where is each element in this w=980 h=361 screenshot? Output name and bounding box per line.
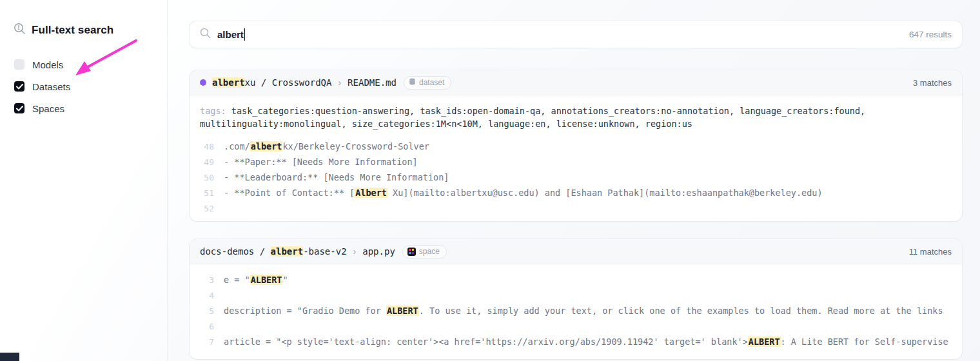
code-line: 51 - **Point of Contact:** [Albert Xu](m…: [200, 185, 952, 200]
line-number: 50: [200, 173, 214, 182]
result-header[interactable]: albertxu / CrosswordQA › README.md datas…: [190, 70, 962, 95]
line-number: 52: [200, 204, 214, 213]
line-number: 7: [200, 337, 214, 347]
code-line: 48 .com/albertkx/Berkeley-Crossword-Solv…: [200, 139, 952, 154]
code-line: 5 description = "Gradio Demo for ALBERT.…: [200, 303, 952, 318]
code-line: 3 e = "ALBERT": [200, 272, 952, 288]
bottom-left-dark-fragment: [0, 353, 19, 361]
code-line: 50 - **Leaderboard:** [Needs More Inform…: [200, 170, 952, 185]
models-checkbox[interactable]: [14, 59, 24, 70]
code-line: 49 - **Paper:** [Needs More Information]: [200, 154, 952, 170]
line-number: 6: [200, 322, 214, 331]
text-segment: xu / CrosswordQA: [245, 77, 332, 88]
text-segment: - **Paper:** [Needs More Information]: [224, 157, 418, 167]
dataset-dot-icon: [200, 79, 206, 86]
fulltext-search-icon: [14, 23, 26, 37]
line-content: - **Paper:** [Needs More Information]: [224, 157, 952, 167]
repo-type-badge: space: [402, 245, 447, 259]
code-line: 6: [200, 318, 952, 334]
badge-label: space: [419, 247, 440, 256]
match-highlight: ALBERT: [386, 306, 419, 316]
text-segment: docs-demos /: [200, 246, 271, 257]
filter-datasets[interactable]: Datasets: [0, 80, 167, 93]
match-highlight: ALBERT: [250, 275, 283, 285]
text-segment: : A Lite BERT for Self-supervise: [781, 337, 948, 347]
models-label: Models: [32, 59, 63, 70]
space-icon: [407, 248, 416, 256]
filter-spaces[interactable]: Spaces: [0, 102, 167, 115]
text-segment: description = "Gradio Demo for: [224, 306, 386, 316]
code-line: 7 article = "<p style='text-align: cente…: [200, 334, 952, 349]
line-number: 48: [200, 142, 214, 151]
result-header[interactable]: docs-demos / albert-base-v2 › app.py spa…: [190, 239, 962, 264]
sidebar: Full-text search Models Datasets Spaces: [0, 0, 168, 361]
result-body: tags: task_categories:question-answering…: [190, 95, 962, 216]
text-segment: Xu](mailto:albertxu@usc.edu) and [Eshaan…: [387, 188, 823, 198]
tags-line: tags: task_categories:question-answering…: [200, 104, 952, 130]
line-number: 4: [200, 291, 214, 300]
line-content: - **Point of Contact:** [Albert Xu](mail…: [224, 188, 952, 198]
search-icon: [200, 28, 211, 41]
text-segment: - **Point of Contact:** [: [224, 188, 355, 198]
line-content: e = "ALBERT": [224, 275, 952, 285]
main-content: albert 647 results albertxu / CrosswordQ…: [168, 0, 980, 361]
text-segment: kx/Berkeley-Crossword-Solver: [282, 141, 429, 151]
datasets-checkbox[interactable]: [14, 81, 24, 92]
match-highlight: albert: [271, 246, 304, 257]
text-segment: .com/: [224, 141, 250, 151]
match-highlight: ALBERT: [748, 337, 781, 347]
result-body: 3 e = "ALBERT" 4 5 description = "Gradio…: [190, 264, 962, 349]
match-count: 3 matches: [913, 78, 952, 88]
text-segment: e = ": [224, 275, 250, 285]
line-number: 49: [200, 157, 214, 167]
spaces-label: Spaces: [32, 103, 64, 114]
text-segment: - **Leaderboard:** [Needs More Informati…: [224, 172, 449, 182]
search-result-card: docs-demos / albert-base-v2 › app.py spa…: [190, 239, 962, 359]
tags-value: task_categories:question-answering, task…: [200, 106, 870, 129]
line-content: article = "<p style='text-align: center'…: [224, 337, 952, 347]
line-number: 5: [200, 306, 214, 316]
code-line: 52: [200, 200, 952, 216]
text-caret: [244, 28, 246, 41]
datasets-label: Datasets: [32, 81, 70, 92]
repo-type-badge: dataset: [404, 76, 451, 90]
line-content: description = "Gradio Demo for ALBERT. T…: [224, 306, 952, 316]
search-query-text: albert: [217, 29, 244, 40]
chevron-right-icon: ›: [353, 246, 357, 257]
line-content: - **Leaderboard:** [Needs More Informati…: [224, 172, 952, 182]
match-highlight: albert: [212, 77, 245, 88]
code-line: 4: [200, 288, 952, 303]
search-input[interactable]: albert 647 results: [190, 21, 962, 48]
chevron-right-icon: ›: [338, 77, 341, 88]
page-title: Full-text search: [32, 24, 113, 37]
text-segment: article = "<p style='text-align: center'…: [224, 337, 748, 347]
filter-models[interactable]: Models: [0, 58, 167, 71]
line-number: 51: [200, 188, 214, 198]
text-segment: . To use it, simply add your text, or cl…: [419, 306, 943, 316]
match-count: 11 matches: [909, 247, 952, 257]
file-name[interactable]: app.py: [362, 246, 395, 257]
text-segment: ": [282, 275, 288, 285]
tags-label: tags:: [200, 106, 231, 116]
dataset-icon: [409, 78, 416, 87]
text-segment: -base-v2: [303, 246, 346, 257]
match-highlight: albert: [250, 141, 283, 151]
line-number: 3: [200, 275, 214, 285]
spaces-checkbox[interactable]: [14, 103, 24, 113]
line-content: .com/albertkx/Berkeley-Crossword-Solver: [224, 141, 952, 151]
match-highlight: Albert: [355, 188, 387, 198]
badge-label: dataset: [419, 78, 444, 87]
repo-path[interactable]: albertxu / CrosswordQA: [212, 77, 331, 88]
repo-path[interactable]: docs-demos / albert-base-v2: [200, 246, 347, 257]
results-count: 647 results: [909, 30, 952, 39]
filter-list: Models Datasets Spaces: [0, 58, 167, 115]
file-name[interactable]: README.md: [348, 77, 397, 88]
search-result-card: albertxu / CrosswordQA › README.md datas…: [190, 70, 962, 221]
